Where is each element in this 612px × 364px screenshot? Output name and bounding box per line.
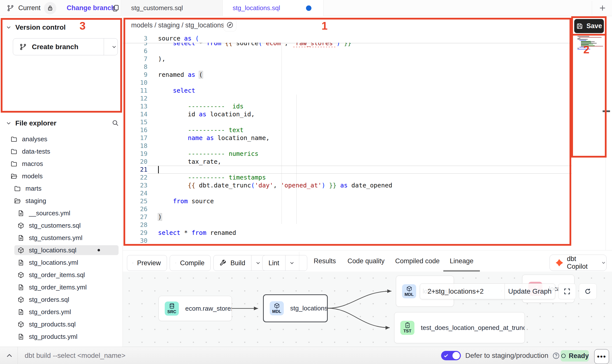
compile-button[interactable]: Compile	[170, 255, 211, 271]
file-explorer-header[interactable]: File explorer	[5, 119, 57, 127]
new-tab-button[interactable]	[599, 4, 606, 12]
dbt-copilot-button[interactable]: dbt Copilot	[550, 255, 607, 271]
file-tree-item[interactable]: models	[0, 170, 123, 182]
create-branch-button[interactable]: Create branch	[13, 38, 118, 55]
file-tree-item[interactable]: stg_orders.yml	[0, 306, 123, 318]
code-line[interactable]: 23{{ dbt.date_trunc('day', 'opened_at') …	[123, 182, 572, 189]
create-branch-label: Create branch	[32, 43, 78, 51]
code-line[interactable]: 20tax_rate,	[123, 158, 572, 166]
code-line[interactable]: 30	[123, 237, 572, 245]
tab-lineage[interactable]: Lineage	[450, 250, 473, 272]
code-line[interactable]: 17name as location_name,	[123, 134, 572, 142]
file-tree-item[interactable]: marts	[0, 182, 123, 195]
line-content: renamed as (	[158, 71, 203, 79]
editor-tab[interactable]: stg_customers.sql	[121, 0, 223, 16]
create-branch-dropdown[interactable]	[104, 39, 118, 55]
file-tree-item[interactable]: stg_locations.sql	[0, 244, 123, 256]
version-control-header[interactable]: Version control	[5, 23, 66, 31]
code-line[interactable]: 9renamed as (	[123, 71, 572, 79]
code-line[interactable]: 25from source	[123, 197, 572, 205]
lineage-node-tst[interactable]: TSTtest_does_location_opened_at_trunc_t.…	[394, 312, 525, 343]
chevron-down-icon	[111, 44, 117, 50]
code-line[interactable]: 18	[123, 142, 572, 150]
copy-icon[interactable]	[112, 4, 120, 12]
code-line[interactable]: 19---------- numerics	[123, 150, 572, 158]
code-line[interactable]: 11select	[123, 87, 572, 95]
file-tree-item[interactable]: analyses	[0, 133, 123, 145]
code-line[interactable]: 7),	[123, 55, 572, 63]
save-button[interactable]: Save	[574, 19, 604, 33]
editor-tab[interactable]: stg_locations.sql	[223, 0, 324, 16]
file-tree-item[interactable]: stg_customers.sql	[0, 219, 123, 232]
code-line[interactable]: 12	[123, 95, 572, 102]
code-line[interactable]: 5select * from {{ source('ecom', 'raw_st…	[123, 43, 572, 47]
lineage-node-mdl[interactable]: MDLstg_locations	[263, 294, 328, 322]
code-lines[interactable]: 67),89renamed as (1011select1213--------…	[123, 47, 572, 245]
model-icon	[406, 285, 412, 292]
expand-command-bar-button[interactable]	[5, 351, 14, 360]
file-tree-item[interactable]: __sources.yml	[0, 207, 123, 219]
model-icon	[17, 247, 24, 254]
line-content: id as location_id,	[158, 110, 255, 118]
code-line[interactable]: 13---------- ids	[123, 102, 572, 110]
code-line[interactable]: 24	[123, 189, 572, 197]
file-tree-item[interactable]: staging	[0, 195, 123, 207]
file-tree-item[interactable]: stg_order_items.yml	[0, 281, 123, 293]
tab-code-quality[interactable]: Code quality	[347, 250, 385, 272]
lint-dropdown[interactable]	[285, 255, 299, 271]
help-icon[interactable]	[552, 352, 560, 360]
file-tree-item[interactable]: stg_orders.sql	[0, 293, 123, 306]
chevron-down-icon	[601, 260, 606, 265]
refresh-button[interactable]	[579, 283, 597, 299]
node-label: test_does_location_opened_at_trunc_t...	[421, 324, 525, 332]
tab-label: Compiled code	[395, 257, 440, 265]
code-line[interactable]: 14id as location_id,	[123, 110, 572, 118]
tab-results[interactable]: Results	[314, 250, 336, 272]
code-line[interactable]: 3source as (	[123, 35, 572, 42]
minimap-line	[581, 44, 589, 45]
preview-button[interactable]: Preview	[127, 255, 167, 271]
status-badge[interactable]: Ready	[561, 350, 589, 362]
change-branch-link[interactable]: Change branch	[67, 0, 115, 16]
branch-bar: Current Change branch	[0, 0, 121, 16]
file-tree-item[interactable]: data-tests	[0, 145, 123, 158]
lineage-node-src[interactable]: SRCecom.raw_stores	[159, 296, 232, 321]
line-content: select * from {{ source('ecom', 'raw_sto…	[158, 43, 351, 47]
command-input[interactable]: dbt build --select <model_name>	[25, 347, 125, 364]
code-line[interactable]: 15	[123, 118, 572, 126]
code-line[interactable]: 21	[123, 166, 572, 174]
node-type-badge: MDL	[270, 301, 284, 315]
clipped-line[interactable]: 5select * from {{ source('ecom', 'raw_st…	[123, 43, 572, 47]
resize-handle[interactable]	[603, 110, 610, 112]
tab-compiled-code[interactable]: Compiled code	[395, 250, 440, 272]
search-icon[interactable]	[112, 119, 119, 127]
folder-icon	[14, 185, 21, 192]
file-tree-item[interactable]: stg_products.sql	[0, 318, 123, 330]
fullscreen-button[interactable]	[558, 283, 576, 299]
code-line[interactable]: 8	[123, 63, 572, 71]
update-graph-button[interactable]: Update Graph	[505, 284, 555, 299]
file-state-button[interactable]	[224, 19, 236, 31]
code-line[interactable]: 22---------- timestamps	[123, 174, 572, 182]
code-line[interactable]: 6	[123, 47, 572, 55]
file-tree-item[interactable]: macros	[0, 158, 123, 170]
file-tree-item[interactable]: stg_products.yml	[0, 330, 123, 343]
code-line[interactable]: 10	[123, 79, 572, 87]
file-tree-item[interactable]: stg_customers.yml	[0, 232, 123, 244]
more-options-button[interactable]: •••	[594, 349, 609, 364]
code-line[interactable]: 29select * from renamed	[123, 229, 572, 237]
minimap[interactable]	[577, 35, 602, 50]
lineage-panel[interactable]: SRCecom.raw_storesMDLstg_locationsMDLloc…	[123, 272, 612, 347]
file-tree-item[interactable]: stg_order_items.sql	[0, 269, 123, 281]
code-line[interactable]: 28	[123, 221, 572, 229]
code-line[interactable]: 26	[123, 205, 572, 213]
code-line[interactable]: 27)	[123, 213, 572, 221]
file-tree-item[interactable]: stg_locations.yml	[0, 256, 123, 269]
lint-button[interactable]: Lint	[262, 255, 307, 271]
lineage-selector-input[interactable]: 2+stg_locations+2	[420, 284, 505, 299]
file-name: stg_products.sql	[29, 321, 76, 328]
code-editor[interactable]: 3source as ( 5select * from {{ source('e…	[123, 35, 572, 250]
sticky-scroll-line[interactable]: 3source as (	[123, 35, 572, 43]
code-line[interactable]: 16---------- text	[123, 126, 572, 134]
defer-toggle[interactable]	[441, 351, 461, 360]
